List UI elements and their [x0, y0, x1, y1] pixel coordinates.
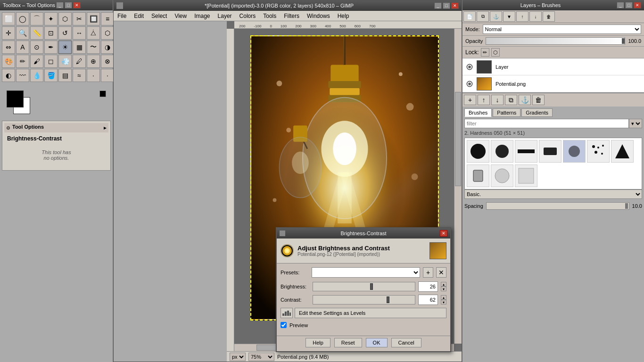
dodge-burn-btn[interactable]: ◐ — [2, 69, 15, 82]
brightness-spinner-down[interactable]: ▼ — [441, 287, 446, 291]
clone-tool-btn[interactable]: ⊕ — [87, 55, 100, 68]
rect-select-tool-btn[interactable]: ⬜ — [2, 12, 15, 25]
scale-tool-btn[interactable]: ↔ — [73, 26, 86, 40]
brush-filter-input[interactable] — [464, 119, 629, 128]
shear-tool-btn[interactable]: ⧊ — [87, 26, 100, 40]
brush-item-2[interactable] — [515, 140, 537, 163]
contrast-value[interactable]: 62 — [418, 295, 438, 305]
layer-0-visibility-icon[interactable] — [465, 63, 474, 71]
layer-item-1[interactable]: Potential.png — [462, 75, 644, 92]
ink-tool-btn[interactable]: 🖊 — [73, 55, 86, 68]
spacing-slider[interactable] — [486, 202, 629, 210]
contrast-slider-thumb[interactable] — [387, 296, 389, 303]
align-tool-btn[interactable]: ≡ — [101, 12, 114, 25]
cancel-btn[interactable]: Cancel — [391, 338, 421, 347]
text-tool-btn[interactable]: A — [16, 41, 29, 54]
layers-close-btn[interactable]: ✕ — [634, 2, 641, 8]
tab-brushes[interactable]: Brushes — [464, 108, 492, 117]
brush-item-1[interactable] — [491, 140, 513, 163]
scissors-select-btn[interactable]: ✂ — [73, 12, 86, 25]
menu-filters[interactable]: Filters — [280, 12, 303, 20]
spacing-thumb[interactable] — [625, 203, 628, 209]
brush-item-0[interactable] — [467, 140, 489, 163]
toolbox-close-btn[interactable]: ✕ — [73, 2, 81, 8]
lock-paint-btn[interactable]: ✏ — [481, 48, 489, 57]
tab-gradients[interactable]: Gradients — [521, 108, 553, 117]
airbrush-tool-btn[interactable]: 💨 — [58, 55, 72, 68]
preset-delete-btn[interactable]: ✕ — [436, 267, 446, 278]
foreground-select-btn[interactable]: 🔲 — [87, 12, 100, 25]
menu-windows[interactable]: Windows — [303, 12, 334, 20]
ellipse-select-tool-btn[interactable]: ◯ — [16, 12, 29, 25]
layer-action-lower-btn[interactable]: ↓ — [491, 95, 504, 105]
main-minimize-btn[interactable]: _ — [434, 2, 442, 9]
levels-tool-btn[interactable]: ▦ — [73, 41, 86, 54]
levels-icon[interactable] — [281, 308, 293, 318]
contrast-spinner-up[interactable]: ▲ — [441, 295, 446, 300]
contrast-spinner-down[interactable]: ▼ — [441, 300, 446, 304]
opacity-slider-thumb[interactable] — [622, 38, 625, 44]
scrollbar-thumb-v[interactable] — [455, 92, 461, 186]
paintbrush-tool-btn[interactable]: 🖌 — [30, 55, 43, 68]
help-btn[interactable]: Help — [305, 338, 330, 347]
menu-tools[interactable]: Tools — [259, 12, 280, 20]
bucket-fill-btn[interactable]: 🪣 — [44, 69, 58, 82]
menu-file[interactable]: File — [114, 12, 130, 20]
layers-down-btn[interactable]: ↓ — [529, 11, 542, 22]
swap-colors-icon[interactable]: ↕ — [99, 90, 106, 97]
menu-view[interactable]: View — [171, 12, 190, 20]
mode-select[interactable]: Normal — [483, 25, 641, 34]
zoom-tool-btn[interactable]: 🔍 — [16, 26, 29, 40]
move-tool-btn[interactable]: ✛ — [2, 26, 15, 40]
bc-dialog-close-btn[interactable]: ✕ — [440, 230, 447, 237]
layer-1-visibility-icon[interactable] — [465, 80, 474, 88]
layers-new-btn[interactable]: 📄 — [463, 11, 476, 22]
fuzzy-select-tool-btn[interactable]: ✦ — [44, 12, 58, 25]
layer-action-duplicate-btn[interactable]: ⧉ — [505, 95, 517, 105]
gradient-tool-btn[interactable]: ▤ — [58, 69, 72, 82]
color-picker-btn[interactable]: ✒ — [44, 41, 58, 54]
smudge-tool-btn[interactable]: 〰 — [16, 69, 29, 82]
tab-patterns[interactable]: Patterns — [493, 108, 520, 117]
crop-tool-btn[interactable]: ⊡ — [44, 26, 58, 40]
layers-duplicate-btn[interactable]: ⧉ — [477, 11, 489, 22]
spare1-btn[interactable]: · — [87, 69, 100, 82]
menu-image[interactable]: Image — [190, 12, 214, 20]
layer-action-anchor-btn[interactable]: ⚓ — [519, 95, 531, 105]
toolbox-minimize-btn[interactable]: _ — [56, 2, 64, 8]
opacity-slider[interactable] — [486, 37, 625, 45]
brightness-slider-thumb[interactable] — [370, 283, 373, 290]
pencil-tool-btn[interactable]: ✏ — [16, 55, 29, 68]
layers-delete-btn[interactable]: 🗑 — [543, 11, 555, 22]
menu-edit[interactable]: Edit — [130, 12, 148, 20]
menu-layer[interactable]: Layer — [214, 12, 236, 20]
heal-tool-btn[interactable]: ⊗ — [101, 55, 114, 68]
by-color-select-btn[interactable]: ⬡ — [58, 12, 72, 25]
brightness-spinner-up[interactable]: ▲ — [441, 282, 446, 287]
layer-action-raise-btn[interactable]: ↑ — [478, 95, 490, 105]
rotate-tool-btn[interactable]: ↺ — [58, 26, 72, 40]
brightness-value[interactable]: 26 — [418, 281, 438, 292]
foreground-color-swatch[interactable] — [7, 90, 24, 107]
layer-item-0[interactable]: Layer — [462, 58, 644, 75]
brush-item-5[interactable] — [587, 140, 610, 163]
measure-tool-btn[interactable]: 📏 — [30, 26, 43, 40]
brightness-spinner[interactable]: ▲ ▼ — [441, 282, 446, 291]
brush-item-7[interactable] — [467, 165, 489, 187]
perspective-tool-btn[interactable]: ⬡ — [101, 26, 114, 40]
unit-select[interactable]: px — [230, 353, 246, 361]
brush-item-6[interactable] — [611, 140, 634, 163]
menu-select[interactable]: Select — [148, 12, 171, 20]
spare2-btn[interactable]: · — [101, 69, 114, 82]
preview-checkbox[interactable] — [281, 322, 287, 328]
layers-maximize-btn[interactable]: □ — [625, 2, 633, 8]
menu-help[interactable]: Help — [334, 12, 353, 20]
colorize-tool-btn[interactable]: 🎨 — [2, 55, 15, 68]
zoom-select[interactable]: 75% — [248, 353, 274, 361]
edit-as-levels-btn[interactable]: Edit these Settings as Levels — [295, 308, 446, 318]
tool-options-expand-icon[interactable]: ▸ — [104, 124, 107, 131]
blend-tool-btn[interactable]: ≈ — [73, 69, 86, 82]
layers-merge-btn[interactable]: ▼ — [503, 11, 515, 22]
layers-anchor-btn[interactable]: ⚓ — [490, 11, 502, 22]
brush-item-4[interactable] — [563, 140, 586, 163]
